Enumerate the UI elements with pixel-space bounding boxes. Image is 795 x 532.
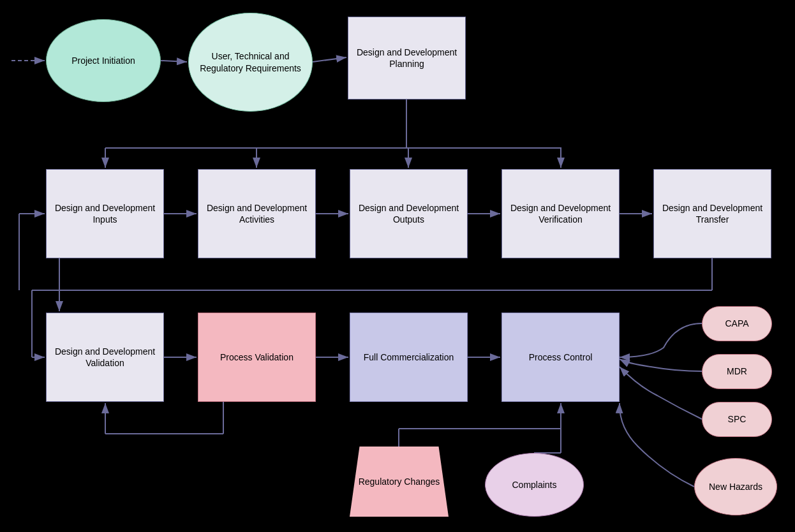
capa-label: CAPA [725, 318, 748, 329]
diagram: Project Initiation User, Technical and R… [0, 0, 795, 532]
design-dev-transfer-node: Design and Development Transfer [653, 169, 771, 258]
design-dev-outputs-label: Design and Development Outputs [350, 202, 467, 225]
full-commercialization-node: Full Commercialization [350, 313, 468, 402]
new-hazards-label: New Hazards [709, 481, 762, 492]
process-validation-node: Process Validation [198, 313, 316, 402]
process-control-label: Process Control [529, 351, 593, 363]
spc-label: SPC [728, 413, 747, 425]
design-dev-activities-node: Design and Development Activities [198, 169, 316, 258]
design-dev-planning-node: Design and Development Planning [348, 17, 466, 100]
process-control-node: Process Control [502, 313, 620, 402]
new-hazards-node: New Hazards [694, 458, 777, 515]
project-initiation-node: Project Initiation [46, 19, 161, 102]
design-dev-activities-label: Design and Development Activities [198, 202, 315, 225]
regulatory-changes-node: Regulatory Changes [350, 447, 449, 517]
design-dev-inputs-node: Design and Development Inputs [46, 169, 164, 258]
user-technical-node: User, Technical and Regulatory Requireme… [188, 13, 313, 112]
svg-line-4 [313, 57, 346, 62]
user-technical-label: User, Technical and Regulatory Requireme… [189, 50, 312, 73]
design-dev-verification-node: Design and Development Verification [502, 169, 620, 258]
capa-node: CAPA [702, 306, 772, 341]
complaints-node: Complaints [485, 453, 584, 517]
project-initiation-label: Project Initiation [71, 55, 135, 66]
mdr-node: MDR [702, 354, 772, 389]
complaints-label: Complaints [512, 479, 556, 491]
design-dev-planning-label: Design and Development Planning [348, 47, 465, 70]
design-dev-validation-label: Design and Development Validation [47, 346, 163, 369]
mdr-label: MDR [727, 366, 747, 377]
spc-node: SPC [702, 402, 772, 437]
process-validation-label: Process Validation [220, 351, 293, 363]
design-dev-validation-node: Design and Development Validation [46, 313, 164, 402]
full-commercialization-label: Full Commercialization [364, 351, 454, 363]
design-dev-inputs-label: Design and Development Inputs [47, 202, 163, 225]
regulatory-changes-label: Regulatory Changes [359, 476, 440, 487]
design-dev-verification-label: Design and Development Verification [502, 202, 619, 225]
svg-line-3 [161, 61, 187, 62]
design-dev-outputs-node: Design and Development Outputs [350, 169, 468, 258]
design-dev-transfer-label: Design and Development Transfer [654, 202, 771, 225]
